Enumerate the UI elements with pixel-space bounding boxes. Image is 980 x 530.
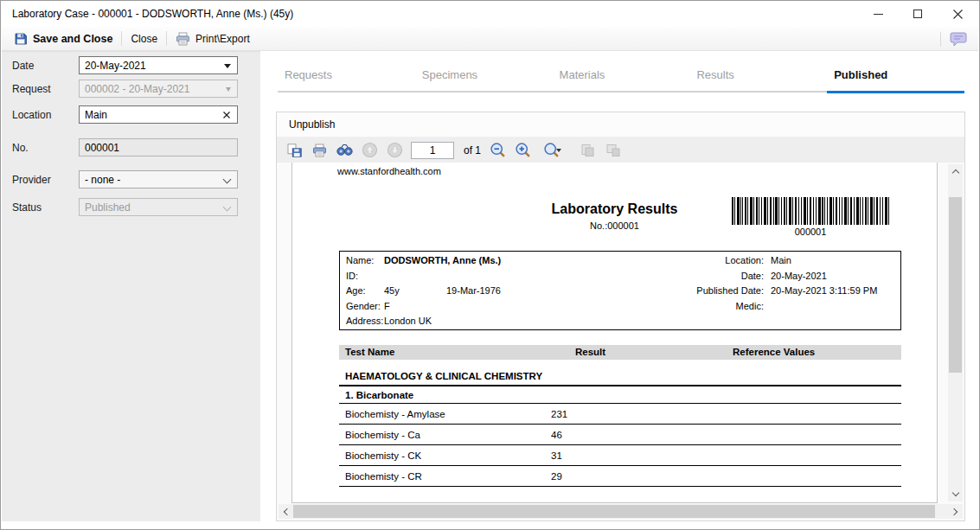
test-result: 46	[551, 430, 562, 440]
title-bar: Laboratory Case - 000001 - DODSWORTH, An…	[1, 1, 979, 27]
save-icon	[14, 32, 28, 46]
horizontal-scrollbar-thumb[interactable]	[293, 505, 935, 518]
tab-results[interactable]: Results	[689, 61, 827, 94]
page-layout-multi-button[interactable]	[605, 141, 622, 160]
no-label: No.	[12, 142, 29, 154]
print-report-button[interactable]	[311, 141, 328, 160]
export-report-icon	[287, 144, 302, 157]
table-row: Biochemisty - Amylase 231	[339, 404, 901, 425]
main-toolbar: Save and Close Close Print\Export	[2, 27, 978, 51]
subsection-row: 1. Bicarbonate	[339, 386, 901, 404]
results-table: Test Name Result Reference Values HAEMAT…	[339, 345, 901, 487]
report-page: www.stanfordhealth.com Laboratory Result…	[291, 163, 938, 503]
case-number-value: 000001	[85, 142, 119, 154]
unpublish-button[interactable]: Unpublish	[277, 112, 964, 137]
page-layout-single-icon	[580, 144, 596, 157]
report-viewer-toolbar: of 1	[277, 137, 964, 163]
published-date: 20-May-2021 3:11:59 PM	[771, 285, 877, 296]
test-name: Biochemisty - Amylase	[345, 409, 445, 419]
patient-address-label: Address:	[346, 316, 384, 326]
location-input[interactable]	[80, 106, 218, 123]
scroll-left-button[interactable]	[279, 504, 293, 519]
request-combobox[interactable]: 000002 - 20-May-2021	[79, 80, 238, 98]
zoom-out-icon	[490, 142, 506, 158]
window-title: Laboratory Case - 000001 - DODSWORTH, An…	[12, 8, 293, 20]
report-viewer: www.stanfordhealth.com Laboratory Result…	[277, 163, 964, 520]
page-up-button[interactable]	[361, 141, 378, 160]
report-website: www.stanfordhealth.com	[337, 166, 441, 176]
header-test-name: Test Name	[345, 347, 394, 357]
zoom-in-icon	[515, 142, 531, 158]
printer-icon	[176, 32, 190, 46]
status-label: Status	[12, 201, 42, 214]
export-report-button[interactable]	[285, 141, 303, 160]
chevron-down-icon	[226, 87, 231, 92]
scroll-down-button[interactable]	[948, 487, 963, 501]
test-result: 29	[551, 471, 562, 482]
toolbar-separator	[166, 31, 167, 46]
page-count-label: of 1	[464, 144, 481, 156]
chevron-up-icon	[951, 169, 958, 176]
request-value: 000002 - 20-May-2021	[85, 83, 189, 95]
toolbar-separator	[121, 31, 122, 46]
provider-combobox[interactable]: - none -	[79, 170, 238, 188]
status-combobox[interactable]: Published	[79, 198, 238, 216]
horizontal-scrollbar[interactable]	[279, 504, 963, 519]
page-number-input[interactable]	[411, 142, 454, 159]
find-button[interactable]	[336, 141, 353, 160]
print-export-button[interactable]: Print\Export	[170, 29, 255, 49]
tab-requests[interactable]: Requests	[278, 61, 415, 94]
app-window: Laboratory Case - 000001 - DODSWORTH, An…	[0, 0, 980, 530]
toolbar-separator	[940, 32, 941, 47]
vertical-scrollbar[interactable]	[948, 164, 963, 501]
location-field-wrap	[79, 105, 238, 124]
scroll-right-button[interactable]	[948, 504, 963, 519]
section-title: HAEMATOLOGY & CLINICAL CHEMISTRY	[345, 371, 542, 381]
page-up-icon	[362, 142, 378, 158]
page-down-button[interactable]	[386, 141, 403, 160]
request-label: Request	[12, 83, 51, 95]
zoom-dropdown-button[interactable]	[539, 141, 565, 160]
tab-materials[interactable]: Materials	[553, 61, 690, 94]
clear-icon[interactable]	[223, 112, 230, 118]
chevron-left-icon	[284, 508, 291, 514]
subsection-title: 1. Bicarbonate	[345, 390, 413, 400]
status-value: Published	[85, 201, 131, 214]
save-and-close-button[interactable]: Save and Close	[9, 29, 118, 49]
save-and-close-label: Save and Close	[33, 33, 112, 45]
date-combobox[interactable]: 20-May-2021	[79, 56, 238, 74]
vertical-scrollbar-thumb[interactable]	[949, 197, 962, 373]
page-layout-single-button[interactable]	[580, 141, 597, 160]
close-case-button[interactable]: Close	[125, 29, 163, 49]
binoculars-icon	[336, 144, 353, 156]
test-name: Biochemisty - CR	[345, 471, 422, 482]
minimize-button[interactable]	[863, 1, 893, 27]
table-row: Biochemisty - CK 31	[339, 445, 901, 466]
page-down-icon	[387, 142, 403, 158]
close-button[interactable]	[943, 1, 972, 27]
print-export-label: Print\Export	[195, 33, 250, 45]
table-row: Biochemisty - Ca 46	[339, 425, 901, 445]
tab-published[interactable]: Published	[827, 61, 964, 94]
location-label: Location	[12, 109, 51, 121]
tab-specimens[interactable]: Specimens	[415, 61, 553, 94]
results-table-header: Test Name Result Reference Values	[339, 345, 901, 360]
zoom-in-button[interactable]	[514, 141, 531, 160]
barcode	[732, 197, 889, 225]
table-row: Biochemisty - CR 29	[339, 466, 901, 487]
maximize-icon	[913, 10, 922, 18]
test-name: Biochemisty - CK	[345, 450, 421, 461]
patient-address: London UK	[384, 316, 432, 326]
medic-label: Medic:	[340, 301, 764, 311]
section-row: HAEMATOLOGY & CLINICAL CHEMISTRY	[339, 360, 901, 386]
scroll-up-button[interactable]	[948, 164, 963, 179]
date-label: Date	[12, 60, 34, 72]
test-result: 31	[551, 450, 562, 461]
header-reference-values: Reference Values	[733, 347, 815, 357]
print-report-icon	[312, 144, 327, 157]
comments-button[interactable]	[945, 29, 972, 49]
maximize-button[interactable]	[903, 1, 932, 27]
chevron-down-icon	[224, 64, 231, 68]
case-number-field[interactable]: 000001	[79, 138, 238, 156]
zoom-out-button[interactable]	[489, 141, 506, 160]
